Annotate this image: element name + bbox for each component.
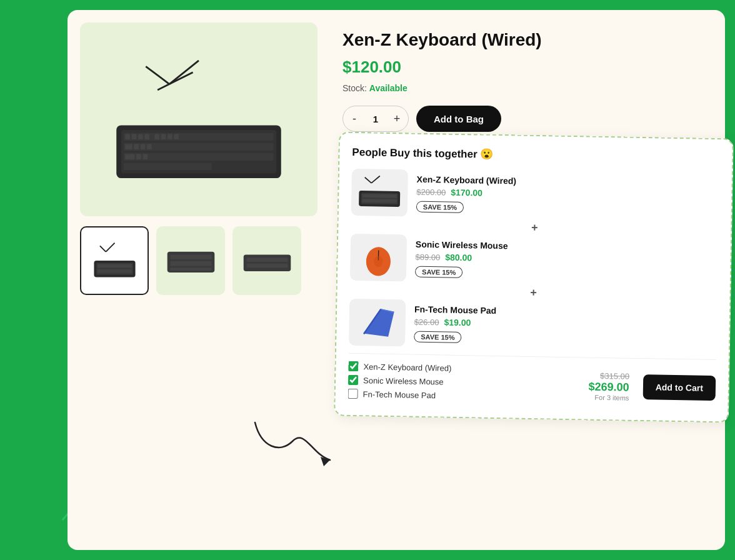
- thumbnail-row: [80, 226, 318, 295]
- bundle-item-3-save-badge: SAVE 15%: [414, 331, 462, 343]
- stock-status: Available: [369, 83, 408, 93]
- svg-rect-17: [168, 134, 172, 139]
- svg-rect-23: [125, 154, 134, 159]
- thumbnail-1[interactable]: [80, 226, 149, 295]
- stock-label: Stock:: [342, 83, 367, 93]
- svg-rect-21: [141, 144, 146, 149]
- bundle-item-3-sale-price: $19.00: [444, 318, 471, 328]
- svg-rect-12: [132, 134, 137, 139]
- checkbox-mousepad[interactable]: [348, 389, 358, 399]
- bundle-checkboxes: Xen-Z Keyboard (Wired) Sonic Wireless Mo…: [348, 361, 582, 407]
- keyboard-main-svg: [99, 51, 299, 188]
- svg-rect-22: [147, 144, 152, 149]
- thumbnail-3[interactable]: [232, 226, 301, 295]
- svg-rect-24: [136, 154, 141, 159]
- bundle-item-1: Xen-Z Keyboard (Wired) $200.00 $170.00 S…: [351, 169, 719, 222]
- product-price: $120.00: [342, 58, 710, 77]
- svg-rect-8: [124, 143, 274, 151]
- product-title: Xen-Z Keyboard (Wired): [342, 30, 710, 50]
- add-to-bag-button[interactable]: Add to Bag: [416, 106, 501, 132]
- bundle-item-1-original-price: $200.00: [416, 187, 446, 197]
- svg-line-27: [99, 246, 105, 251]
- bundle-for-items-label: For 3 items: [588, 394, 629, 402]
- svg-rect-13: [138, 134, 143, 139]
- svg-line-26: [106, 243, 114, 252]
- quantity-control: - 1 +: [342, 106, 409, 132]
- bundle-item-2-image: [350, 234, 407, 282]
- bundle-total: $315.00 $269.00 For 3 items: [588, 371, 629, 402]
- svg-rect-10: [124, 163, 212, 170]
- checkbox-item-2[interactable]: Sonic Wireless Mouse: [348, 375, 582, 389]
- product-info-panel: Xen-Z Keyboard (Wired) $120.00 Stock: Av…: [330, 10, 725, 550]
- svg-rect-35: [170, 268, 211, 271]
- bundle-item-3-original-price: $26.00: [414, 317, 439, 327]
- main-product-image: [80, 22, 318, 216]
- svg-line-1: [169, 61, 199, 84]
- svg-rect-44: [362, 194, 397, 198]
- bundle-item-2-info: Sonic Wireless Mouse $89.00 $80.00 SAVE …: [415, 239, 718, 282]
- quantity-value: 1: [366, 114, 386, 124]
- main-content-area: Xen-Z Keyboard (Wired) $120.00 Stock: Av…: [68, 10, 725, 550]
- bundle-item-1-sale-price: $170.00: [451, 188, 482, 198]
- svg-rect-33: [170, 255, 211, 260]
- checkbox-item-1[interactable]: Xen-Z Keyboard (Wired): [348, 361, 582, 376]
- bundle-total-original: $315.00: [589, 371, 629, 381]
- thumbnail-2[interactable]: [156, 226, 225, 295]
- bundle-item-3-prices: $26.00 $19.00: [414, 317, 717, 332]
- svg-rect-11: [125, 134, 130, 139]
- bundle-total-sale: $269.00: [588, 381, 629, 394]
- svg-rect-15: [154, 134, 159, 139]
- stock-line: Stock: Available: [342, 83, 710, 93]
- svg-rect-16: [161, 134, 166, 139]
- bundle-item-2-save-badge: SAVE 15%: [415, 266, 463, 278]
- svg-rect-25: [143, 154, 148, 159]
- svg-rect-19: [125, 144, 132, 149]
- svg-rect-30: [98, 264, 132, 268]
- product-images-panel: [68, 10, 330, 550]
- bundle-item-3-image: [349, 299, 406, 347]
- svg-rect-45: [362, 199, 396, 202]
- bundle-summary: Xen-Z Keyboard (Wired) Sonic Wireless Mo…: [348, 353, 716, 409]
- checkbox-keyboard-label: Xen-Z Keyboard (Wired): [363, 362, 451, 372]
- bundle-item-1-image: [351, 169, 408, 217]
- checkbox-mousepad-label: Fn-Tech Mouse Pad: [363, 389, 436, 400]
- bundle-item-2: Sonic Wireless Mouse $89.00 $80.00 SAVE …: [350, 234, 718, 287]
- svg-line-40: [371, 176, 380, 183]
- svg-line-41: [365, 178, 372, 183]
- svg-rect-14: [144, 134, 149, 139]
- svg-rect-34: [170, 261, 211, 266]
- bundle-item-2-prices: $89.00 $80.00: [415, 252, 718, 267]
- svg-rect-36: [243, 255, 291, 271]
- svg-line-2: [146, 66, 169, 84]
- svg-rect-20: [134, 144, 139, 149]
- bundle-item-3: Fn-Tech Mouse Pad $26.00 $19.00 SAVE 15%: [349, 299, 717, 352]
- svg-rect-31: [98, 269, 132, 273]
- checkbox-keyboard[interactable]: [348, 361, 358, 371]
- bundle-item-1-save-badge: SAVE 15%: [416, 201, 464, 213]
- checkbox-mouse[interactable]: [348, 375, 358, 385]
- bundle-item-2-sale-price: $80.00: [445, 252, 472, 263]
- quantity-increase-button[interactable]: +: [386, 106, 408, 132]
- bundle-card: People Buy this together 😮 Xen-Z Keyboar…: [334, 132, 734, 423]
- bundle-item-2-original-price: $89.00: [415, 252, 440, 262]
- bundle-item-1-info: Xen-Z Keyboard (Wired) $200.00 $170.00 S…: [416, 174, 719, 218]
- bundle-title: People Buy this together 😮: [352, 146, 719, 165]
- svg-line-4: [158, 84, 169, 90]
- bundle-item-3-info: Fn-Tech Mouse Pad $26.00 $19.00 SAVE 15%: [414, 304, 717, 348]
- bundle-item-1-prices: $200.00 $170.00: [416, 187, 719, 202]
- quantity-row: - 1 + Add to Bag: [342, 106, 710, 132]
- svg-rect-18: [174, 134, 179, 139]
- curly-arrow-decoration: [242, 410, 342, 475]
- add-to-cart-button[interactable]: Add to Cart: [642, 374, 716, 401]
- svg-rect-37: [246, 258, 288, 262]
- svg-rect-38: [246, 264, 288, 268]
- quantity-decrease-button[interactable]: -: [343, 106, 366, 132]
- checkbox-mouse-label: Sonic Wireless Mouse: [363, 376, 444, 386]
- checkbox-item-3[interactable]: Fn-Tech Mouse Pad: [348, 389, 582, 403]
